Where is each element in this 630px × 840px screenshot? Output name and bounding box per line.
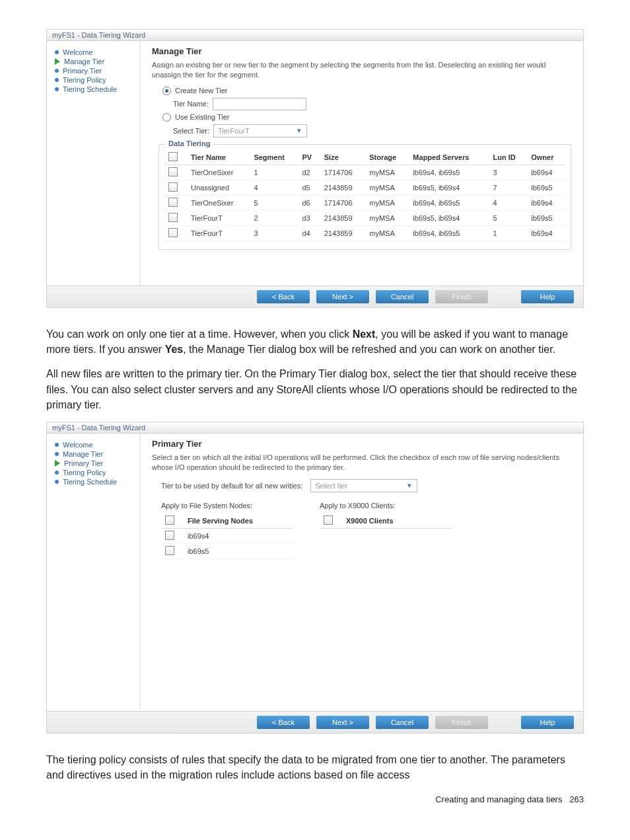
table-row[interactable]: ib69s5 bbox=[161, 543, 293, 558]
cell-mapped-servers: ib69s5, ib69s4 bbox=[409, 180, 489, 195]
cell-node: ib69s4 bbox=[184, 528, 293, 543]
nav-item-welcome[interactable]: Welcome bbox=[55, 48, 134, 57]
cell-owner: ib69s5 bbox=[527, 210, 565, 225]
row-checkbox[interactable] bbox=[168, 228, 178, 237]
table-row[interactable]: Unassigned4d52143859myMSAib69s5, ib69s47… bbox=[164, 180, 565, 195]
text-bold: Yes bbox=[165, 344, 184, 355]
default-tier-dropdown[interactable]: Select tier ▾ bbox=[310, 479, 417, 492]
table-row[interactable]: TierFourT3d42143859myMSAib69s4, ib69s51i… bbox=[164, 225, 565, 241]
radio-icon bbox=[162, 87, 171, 95]
body-paragraph: You can work on only one tier at a time.… bbox=[46, 326, 584, 357]
select-tier-dropdown[interactable]: TierFourT ▾ bbox=[213, 124, 307, 137]
page-description: Assign an existing tier or new tier to t… bbox=[152, 60, 571, 80]
cell-pv: d3 bbox=[298, 210, 320, 225]
body-paragraph: The tiering policy consists of rules tha… bbox=[46, 752, 584, 783]
table-row[interactable]: TierOneSixer1d21714706myMSAib69s4, ib69s… bbox=[164, 165, 565, 180]
next-button[interactable]: Next > bbox=[316, 716, 369, 729]
checkbox-all[interactable] bbox=[165, 515, 174, 525]
cell-pv: d2 bbox=[298, 165, 320, 180]
help-button[interactable]: Help bbox=[521, 290, 574, 303]
footer-text: Creating and managing data tiers bbox=[435, 794, 562, 804]
cell-pv: d6 bbox=[298, 195, 320, 210]
nav-item-tiering-schedule[interactable]: Tiering Schedule bbox=[55, 477, 134, 486]
primary-tier-wizard: myFS1 - Data Tiering Wizard Welcome Mana… bbox=[46, 422, 584, 734]
cell-segment: 4 bbox=[250, 180, 298, 195]
nav-label: Manage Tier bbox=[63, 450, 103, 458]
nav-item-primary-tier[interactable]: Primary Tier bbox=[55, 459, 134, 468]
row-checkbox[interactable] bbox=[168, 213, 178, 222]
nav-item-tiering-schedule[interactable]: Tiering Schedule bbox=[55, 85, 134, 94]
nav-item-manage-tier[interactable]: Manage Tier bbox=[55, 57, 134, 66]
back-button[interactable]: < Back bbox=[257, 716, 310, 729]
nav-label: Manage Tier bbox=[64, 57, 104, 65]
bullet-icon bbox=[55, 69, 59, 73]
tier-name-input[interactable] bbox=[213, 98, 306, 110]
nav-item-tiering-policy[interactable]: Tiering Policy bbox=[55, 75, 134, 85]
nav-label: Tiering Policy bbox=[63, 469, 106, 477]
cell-pv: d5 bbox=[298, 180, 320, 195]
col-size: Size bbox=[320, 150, 365, 165]
col-lun-id: Lun ID bbox=[489, 150, 527, 165]
cell-mapped-servers: ib69s4, ib69s5 bbox=[409, 165, 489, 180]
checkbox-all[interactable] bbox=[168, 152, 178, 161]
radio-label: Create New Tier bbox=[175, 87, 227, 95]
col-tier-name: Tier Name bbox=[187, 150, 250, 165]
bullet-icon bbox=[55, 50, 59, 54]
radio-label: Use Existing Tier bbox=[175, 113, 230, 121]
radio-use-existing-tier[interactable]: Use Existing Tier bbox=[162, 113, 571, 122]
table-row[interactable]: ib69s4 bbox=[161, 528, 293, 543]
cell-storage: myMSA bbox=[365, 180, 409, 195]
row-checkbox[interactable] bbox=[168, 198, 178, 207]
row-checkbox[interactable] bbox=[165, 546, 174, 555]
nav-item-welcome[interactable]: Welcome bbox=[55, 440, 134, 449]
cell-size: 1714706 bbox=[320, 165, 365, 180]
nav-item-tiering-policy[interactable]: Tiering Policy bbox=[55, 468, 134, 477]
nav-label: Tiering Policy bbox=[63, 76, 106, 84]
cancel-button[interactable]: Cancel bbox=[376, 290, 429, 303]
arrow-icon bbox=[55, 58, 60, 65]
checkbox-all[interactable] bbox=[324, 515, 333, 525]
fieldset-legend: Data Tiering bbox=[166, 139, 213, 147]
bullet-icon bbox=[55, 443, 59, 447]
nav-label: Primary Tier bbox=[64, 459, 103, 467]
bullet-icon bbox=[55, 87, 59, 91]
radio-create-new-tier[interactable]: Create New Tier bbox=[162, 87, 571, 95]
row-checkbox[interactable] bbox=[168, 167, 178, 176]
next-button[interactable]: Next > bbox=[316, 290, 369, 303]
cancel-button[interactable]: Cancel bbox=[376, 716, 429, 729]
cell-lun-id: 7 bbox=[489, 180, 527, 195]
window-title: myFS1 - Data Tiering Wizard bbox=[47, 422, 583, 434]
cell-segment: 2 bbox=[250, 210, 298, 225]
table-row[interactable]: TierFourT2d32143859myMSAib69s5, ib69s45i… bbox=[164, 210, 565, 225]
cell-owner: ib69s4 bbox=[527, 165, 565, 180]
wizard-footer: < Back Next > Cancel Finish Help bbox=[47, 711, 583, 733]
wizard-main: Primary Tier Select a tier on which all … bbox=[140, 434, 583, 711]
col-header: File Serving Nodes bbox=[184, 514, 293, 529]
select-value: TierFourT bbox=[218, 127, 250, 135]
wizard-main: Manage Tier Assign an existing tier or n… bbox=[140, 41, 583, 286]
nav-label: Welcome bbox=[63, 441, 93, 449]
radio-icon bbox=[162, 113, 171, 122]
cell-mapped-servers: ib69s4, ib69s5 bbox=[409, 225, 489, 241]
table-row[interactable]: TierOneSixer5d61714706myMSAib69s4, ib69s… bbox=[164, 195, 565, 210]
nav-item-primary-tier[interactable]: Primary Tier bbox=[55, 66, 134, 75]
wizard-nav: Welcome Manage Tier Primary Tier Tiering… bbox=[47, 434, 140, 711]
row-checkbox[interactable] bbox=[168, 182, 178, 192]
cell-pv: d4 bbox=[298, 225, 320, 241]
cell-node: ib69s5 bbox=[184, 543, 293, 558]
section-caption: Apply to X9000 Clients: bbox=[320, 502, 452, 510]
back-button[interactable]: < Back bbox=[257, 290, 310, 303]
cell-owner: ib69s4 bbox=[527, 195, 565, 210]
row-checkbox[interactable] bbox=[165, 531, 174, 540]
table-header-row: Tier Name Segment PV Size Storage Mapped… bbox=[164, 150, 565, 165]
body-paragraph: All new files are written to the primary… bbox=[46, 366, 584, 412]
cell-size: 2143859 bbox=[320, 210, 365, 225]
nav-item-manage-tier[interactable]: Manage Tier bbox=[55, 449, 134, 459]
help-button[interactable]: Help bbox=[521, 716, 574, 729]
cell-lun-id: 4 bbox=[489, 195, 527, 210]
cell-lun-id: 1 bbox=[489, 225, 527, 241]
cell-mapped-servers: ib69s4, ib69s5 bbox=[409, 195, 489, 210]
finish-button: Finish bbox=[435, 290, 488, 303]
cell-size: 2143859 bbox=[320, 225, 365, 241]
col-header: X9000 Clients bbox=[342, 514, 452, 529]
